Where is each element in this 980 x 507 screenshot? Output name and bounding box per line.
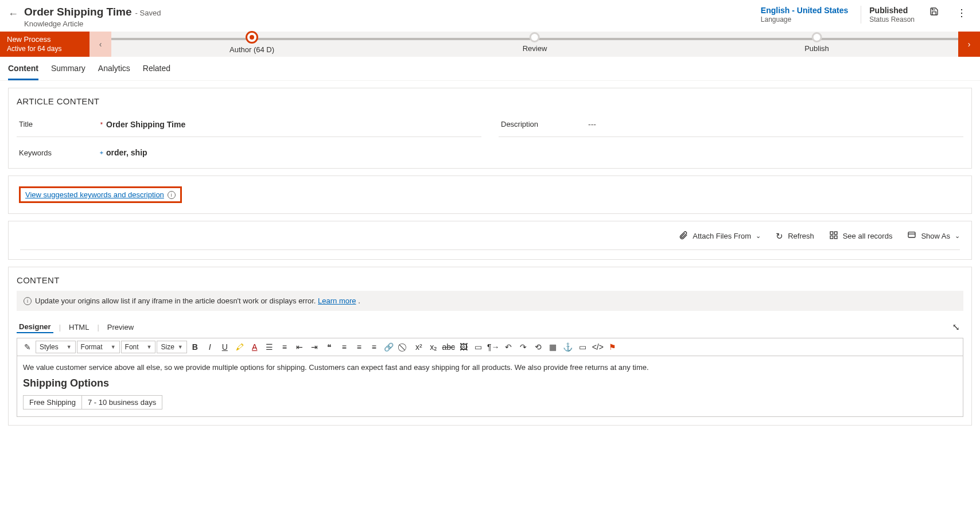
save-status: - Saved — [135, 9, 161, 17]
status-block: Published Status Reason — [861, 6, 915, 24]
attach-files-button[interactable]: Attach Files From ⌄ — [679, 231, 761, 241]
ltr-icon[interactable]: ¶→ — [487, 341, 500, 353]
keywords-label: Keywords — [17, 149, 97, 157]
refresh-icon: ↻ — [776, 231, 783, 241]
keywords-field[interactable]: Keywords + order, ship — [17, 137, 481, 168]
underline-icon[interactable]: U — [218, 341, 232, 353]
info-icon: i — [24, 297, 32, 305]
undo-icon[interactable]: ↶ — [501, 341, 515, 353]
unlink-icon[interactable]: ⃠ — [397, 341, 411, 353]
process-name: New Process — [7, 35, 83, 44]
process-prev-button[interactable]: ‹ — [90, 32, 111, 57]
tab-content[interactable]: Content — [8, 64, 38, 80]
article-section-title: ARTICLE CONTENT — [17, 96, 963, 106]
more-menu-icon[interactable]: ⋯ — [955, 5, 970, 22]
table-row: Free Shipping 7 - 10 business days — [24, 396, 162, 410]
highlighted-suggestion: View suggested keywords and description … — [19, 186, 182, 203]
link-icon[interactable]: 🔗 — [382, 341, 396, 353]
subscript-icon[interactable]: x₂ — [427, 341, 441, 353]
size-dropdown[interactable]: Size▼ — [157, 341, 186, 353]
flag-icon[interactable]: ⚑ — [606, 341, 620, 353]
title-value: Order Shipping Time — [106, 119, 481, 130]
highlight-icon[interactable]: 🖍 — [233, 341, 247, 353]
info-icon[interactable]: i — [168, 191, 176, 199]
format-dropdown[interactable]: Format▼ — [77, 341, 120, 353]
table-icon[interactable]: ▦ — [546, 341, 560, 353]
editor-tab-html[interactable]: HTML — [67, 322, 91, 333]
font-dropdown[interactable]: Font▼ — [121, 341, 156, 353]
italic-icon[interactable]: I — [203, 341, 217, 353]
see-all-button[interactable]: See all records — [829, 231, 893, 241]
source-icon[interactable]: </> — [591, 341, 605, 353]
language-label: Language — [761, 15, 791, 24]
superscript-icon[interactable]: x² — [412, 341, 426, 353]
number-list-icon[interactable]: ≡ — [278, 341, 291, 353]
bold-icon[interactable]: B — [188, 341, 202, 353]
tab-analytics[interactable]: Analytics — [98, 64, 130, 80]
process-name-tag[interactable]: New Process Active for 64 days — [0, 32, 90, 57]
record-title: Order Shipping Time — [24, 6, 132, 18]
embed-icon[interactable]: ▭ — [576, 341, 590, 353]
stage-publish[interactable]: Publish — [804, 32, 829, 53]
stage-dot-active — [246, 31, 258, 44]
strikethrough-icon[interactable]: abc — [442, 341, 456, 353]
save-icon[interactable] — [927, 6, 941, 20]
align-left-icon[interactable]: ≡ — [337, 341, 351, 353]
learn-more-link[interactable]: Learn more — [318, 297, 356, 305]
tab-summary[interactable]: Summary — [51, 64, 85, 80]
view-suggestions-link[interactable]: View suggested keywords and description — [25, 190, 164, 199]
redo-icon[interactable]: ↷ — [516, 341, 530, 353]
article-content-section: ARTICLE CONTENT Title * Order Shipping T… — [8, 88, 972, 169]
language-selector[interactable]: English - United States Language — [761, 6, 848, 24]
content-section-title: CONTENT — [17, 275, 963, 285]
styles-dropdown[interactable]: Styles▼ — [36, 341, 76, 353]
editor-tabs: Designer | HTML | Preview ⤢ — [17, 321, 963, 333]
font-color-icon[interactable]: A — [248, 341, 262, 353]
clear-format-icon[interactable]: ⟲ — [531, 341, 545, 353]
stage-review[interactable]: Review — [523, 32, 547, 53]
status-label: Status Reason — [869, 15, 915, 24]
entity-name: Knowledge Article — [24, 20, 161, 28]
tab-related[interactable]: Related — [143, 64, 170, 80]
intro-paragraph: We value customer service above all else… — [23, 363, 957, 372]
view-icon — [907, 231, 916, 241]
svg-rect-1 — [834, 232, 837, 235]
recommended-icon: + — [97, 149, 106, 156]
stage-author[interactable]: Author (64 D) — [230, 32, 274, 54]
rich-text-editor: ✎ Styles▼ Format▼ Font▼ Size▼ B I U 🖍 A … — [17, 338, 963, 417]
iframe-warning-banner: i Update your origins allow list if any … — [17, 291, 963, 311]
image-icon[interactable]: 🖼 — [457, 341, 470, 353]
quote-icon[interactable]: ❝ — [322, 341, 336, 353]
show-as-button[interactable]: Show As ⌄ — [907, 231, 960, 241]
expand-editor-icon[interactable]: ⤢ — [951, 323, 962, 331]
svg-rect-3 — [830, 236, 833, 239]
process-duration: Active for 64 days — [7, 45, 83, 53]
description-field[interactable]: Description --- — [499, 112, 963, 137]
suggestions-section: View suggested keywords and description … — [8, 176, 972, 214]
title-field[interactable]: Title * Order Shipping Time — [17, 112, 481, 137]
outdent-icon[interactable]: ⇤ — [293, 341, 306, 353]
iframe-icon[interactable]: ▭ — [472, 341, 485, 353]
svg-rect-4 — [908, 232, 915, 237]
process-next-button[interactable]: › — [958, 32, 980, 57]
editor-tab-preview[interactable]: Preview — [105, 322, 136, 333]
language-value: English - United States — [761, 6, 848, 15]
description-value: --- — [588, 119, 963, 130]
format-painter-icon[interactable]: ✎ — [21, 341, 34, 353]
status-value: Published — [869, 6, 908, 15]
rte-content-area[interactable]: We value customer service above all else… — [17, 356, 963, 416]
description-label: Description — [499, 120, 579, 128]
chevron-down-icon: ⌄ — [955, 232, 960, 240]
bullet-list-icon[interactable]: ☰ — [263, 341, 277, 353]
title-label: Title — [17, 120, 97, 128]
align-center-icon[interactable]: ≡ — [352, 341, 366, 353]
editor-tab-designer[interactable]: Designer — [17, 321, 53, 333]
refresh-button[interactable]: ↻ Refresh — [776, 231, 814, 241]
stage-dot — [530, 32, 540, 42]
indent-icon[interactable]: ⇥ — [308, 341, 321, 353]
shipping-heading: Shipping Options — [23, 377, 957, 389]
align-right-icon[interactable]: ≡ — [367, 341, 381, 353]
stage-dot — [811, 32, 822, 42]
anchor-icon[interactable]: ⚓ — [561, 341, 575, 353]
back-button[interactable]: ← — [8, 8, 18, 20]
